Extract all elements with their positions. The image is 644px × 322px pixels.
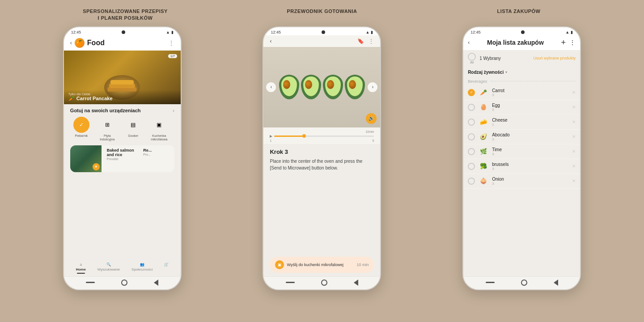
list-item-egg[interactable]: 🥚 Egg 5 ✕ — [463, 100, 580, 115]
devices-row: ✓ Piekarnik ⊞ Płyta indukcyjna ▤ Gooker … — [64, 115, 181, 145]
all-select[interactable]: All — [468, 53, 476, 64]
more-icon-3[interactable]: ⋮ — [569, 39, 576, 46]
phones-row: 12:45 ▲ ▮ ‹ 🍊 Food ⋮ 1/7 Tylko dla Ci — [0, 26, 644, 290]
brussels-remove-icon[interactable]: ✕ — [572, 164, 576, 169]
phone1-status-bar: 12:45 ▲ ▮ — [64, 27, 181, 35]
time-name: Time — [492, 147, 568, 152]
list-item-carrot[interactable]: ✓ 🥕 Carrot 3 ✕ — [463, 85, 580, 100]
progress-thumb — [302, 134, 306, 138]
hero-pancake-3 — [110, 80, 134, 85]
time-checkbox[interactable] — [468, 148, 475, 155]
progress-time-label: 10min — [270, 130, 374, 133]
device-gooker[interactable]: ▤ Gooker — [122, 117, 144, 142]
progress-bar[interactable] — [274, 136, 374, 137]
nav-search[interactable]: 🔍 Wyszukiwanie — [97, 263, 120, 274]
select-all-circle — [468, 53, 476, 61]
sound-btn[interactable]: 🔊 — [366, 113, 377, 124]
list-item-time[interactable]: 🌿 Time 3 ✕ — [463, 144, 580, 159]
all-label: All — [470, 61, 474, 64]
list-item-brussels[interactable]: 🥦 brussels 3 ✕ — [463, 159, 580, 174]
back-icon[interactable]: ‹ — [70, 40, 72, 46]
phone3-time: 12:45 — [470, 30, 481, 34]
wifi-icon-2: ▲ — [366, 30, 370, 34]
phone-food-app: 12:45 ▲ ▮ ‹ 🍊 Food ⋮ 1/7 Tylko dla Ci — [63, 26, 182, 290]
egg-remove-icon[interactable]: ✕ — [572, 105, 576, 110]
nav-home[interactable]: ⌂ Home — [76, 263, 86, 274]
phone3-camera — [521, 30, 525, 34]
recipe-card-name-2: Re... — [143, 148, 173, 153]
egg-name: Egg — [492, 103, 568, 108]
food-header-left: ‹ 🍊 Food — [70, 38, 105, 48]
onion-qty: 3 — [492, 182, 568, 186]
device-plyta[interactable]: ⊞ Płyta indukcyjna — [96, 117, 119, 142]
phone1-back-button[interactable] — [154, 280, 158, 286]
list-item-onion[interactable]: 🧅 Onion 3 ✕ — [463, 174, 580, 189]
add-icon[interactable]: + — [561, 38, 566, 47]
phone2-back-button[interactable] — [354, 280, 358, 286]
phone1-home-circle[interactable] — [121, 280, 127, 286]
recipe-card[interactable]: ★ Baked salmon and rice Provider Re... P… — [70, 145, 174, 172]
cooking-progress: 10min ▶ 1 5 — [263, 127, 380, 144]
avocado-remove-icon[interactable]: ✕ — [572, 134, 576, 139]
more-header-icon[interactable]: ⋮ — [369, 38, 374, 44]
onion-checkbox[interactable] — [468, 178, 475, 185]
list-item-cheese[interactable]: 🧀 Cheese 1 ✕ — [463, 115, 580, 130]
nav-community[interactable]: 👥 Społeczności — [131, 263, 153, 274]
cooking-back-icon[interactable]: ‹ — [270, 38, 271, 44]
carrot-checkbox[interactable]: ✓ — [468, 89, 475, 96]
progress-bar-row: ▶ — [270, 134, 374, 138]
phone3-status-icons: ▲ ▮ — [565, 30, 573, 34]
devices-arrow-icon[interactable]: › — [173, 108, 174, 113]
time-remove-icon[interactable]: ✕ — [572, 149, 576, 154]
brussels-details: brussels 3 — [492, 162, 568, 171]
phone3-home-circle[interactable] — [521, 280, 527, 286]
cooking-header-right: 🔖 ⋮ — [357, 38, 374, 44]
cart-icon: 🛒 — [164, 263, 169, 267]
egg-icon: 🥚 — [479, 102, 488, 112]
section-title-3: LISTA ZAKUPÓW — [452, 8, 586, 22]
onion-name: Onion — [492, 177, 568, 182]
avocado-name: Abocado — [492, 132, 568, 137]
hero-badge: 1/7 — [168, 54, 177, 58]
avocado-2 — [301, 75, 321, 99]
device-icon-kuchenka: ▣ — [151, 117, 167, 133]
phone1-navigation: ⌂ Home 🔍 Wyszukiwanie 👥 Społeczności 🛒 — [64, 259, 181, 276]
shopping-list-items: Beverages ✓ 🥕 Carrot 3 ✕ 🥚 Egg 5 — [463, 77, 580, 276]
more-icon[interactable]: ⋮ — [168, 39, 174, 47]
beverages-section-header: Beverages — [463, 77, 580, 85]
onion-remove-icon[interactable]: ✕ — [572, 178, 576, 183]
next-arrow-btn[interactable]: › — [368, 82, 377, 92]
remove-selected-btn[interactable]: Usuń wybrane produkty — [534, 56, 576, 60]
send-microwave-btn[interactable]: ▣ Wyślij do kuchenki mikrofalowej 10 min — [270, 257, 374, 273]
filter-chevron-icon[interactable]: ▾ — [505, 70, 507, 74]
device-piekarnik[interactable]: ✓ Piekarnik — [70, 117, 93, 142]
list-item-avocado[interactable]: 🥑 Abocado 3 ✕ — [463, 130, 580, 144]
phone-shopping-list: 12:45 ▲ ▮ ‹ Moja lista zakupów + ⋮ All 1… — [462, 26, 581, 290]
phone2-home-circle[interactable] — [321, 280, 327, 286]
recipe-card-name: Baked salmon and rice — [107, 148, 136, 157]
carrot-remove-icon[interactable]: ✕ — [572, 90, 576, 95]
device-icon-active: ✓ — [73, 117, 89, 133]
search-icon: 🔍 — [106, 263, 111, 267]
phone3-back-button[interactable] — [554, 280, 558, 286]
bookmark-header-icon[interactable]: 🔖 — [357, 38, 364, 44]
device-kuchenka[interactable]: ▣ Kuchenka mikrofalowa — [148, 117, 170, 142]
send-btn-label: Wyślij do kuchenki mikrofalowej — [287, 263, 343, 267]
carrot-icon: 🥕 — [479, 88, 488, 97]
nav-cart[interactable]: 🛒 — [164, 263, 169, 274]
wifi-icon: ▲ — [166, 30, 170, 34]
carrot-details: Carrot 3 — [492, 88, 568, 97]
shopping-back-icon[interactable]: ‹ — [468, 39, 470, 46]
avocado-checkbox[interactable] — [468, 133, 475, 140]
recipe-info-2: Re... Pro... — [141, 145, 174, 172]
cheese-checkbox[interactable] — [468, 119, 475, 126]
avocado-3 — [323, 75, 343, 99]
egg-checkbox[interactable] — [468, 104, 475, 111]
video-icon: ▶ — [270, 134, 272, 138]
section-titles: SPERSONALIZOWANE PRZEPISY I PLANER POSIŁ… — [0, 0, 644, 26]
prev-arrow-btn[interactable]: ‹ — [266, 82, 276, 92]
cheese-remove-icon[interactable]: ✕ — [572, 119, 576, 124]
brussels-checkbox[interactable] — [468, 163, 475, 170]
hero-overlay: Tylko dla Ciebie 🥕 Carrot Pancake — [64, 90, 181, 104]
step-label: Krok 3 — [270, 148, 374, 155]
